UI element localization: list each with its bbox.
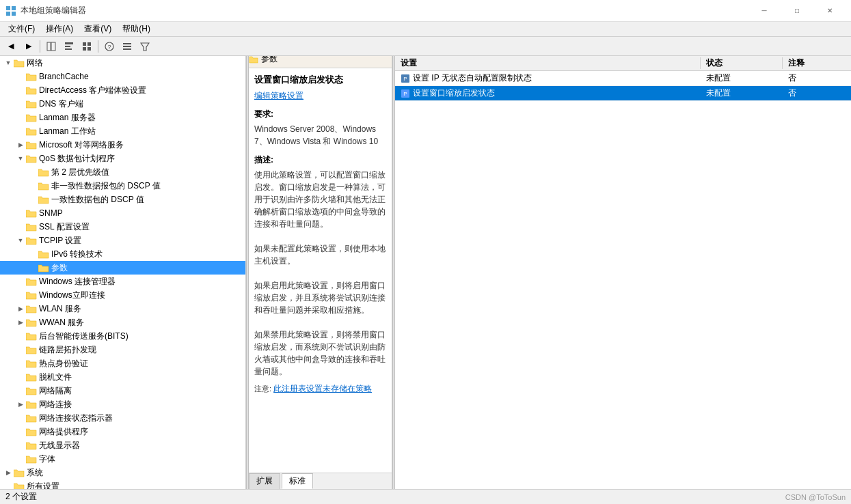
forward-button[interactable]: ▶ bbox=[21, 38, 37, 55]
row-name-text-row1: 设置 IP 无状态自动配置限制状态 bbox=[413, 72, 532, 84]
menu-action[interactable]: 操作(A) bbox=[40, 22, 79, 36]
tree-item-offline-files[interactable]: 脱机文件 bbox=[0, 370, 245, 384]
tree-item-branchcache[interactable]: BranchCache bbox=[0, 70, 245, 83]
svg-rect-7 bbox=[65, 46, 70, 47]
tree-item-wang-luo[interactable]: ▼网络 bbox=[0, 56, 245, 70]
folder-icon-wwan bbox=[26, 318, 37, 327]
view-button[interactable] bbox=[79, 38, 95, 55]
tree-expander-network-isolation bbox=[15, 385, 26, 396]
tab-standard[interactable]: 标准 bbox=[282, 473, 313, 489]
settings-rows: P设置 IP 无状态自动配置限制状态未配置否P设置窗口缩放启发状态未配置否 bbox=[395, 71, 851, 101]
row-status-row2: 未配置 bbox=[701, 87, 783, 99]
maximize-button[interactable]: □ bbox=[781, 0, 813, 22]
main-layout: ▼网络BranchCacheDirectAccess 客户端体验设置DNS 客户… bbox=[0, 56, 851, 489]
tree-button[interactable] bbox=[61, 38, 77, 55]
help-button[interactable]: ? bbox=[101, 38, 118, 55]
tree-item-network-connections[interactable]: ▶网络连接 bbox=[0, 397, 245, 411]
tree-item-network-isolation[interactable]: 网络隔离 bbox=[0, 384, 245, 397]
note-link[interactable]: 此注册表设置未存储在策略 bbox=[273, 384, 372, 393]
tree-item-dns[interactable]: DNS 客户端 bbox=[0, 97, 245, 111]
tree-item-qos-dscp-inconsistent[interactable]: 非一致性数据报包的 DSCP 值 bbox=[0, 179, 245, 193]
tree-item-network-provider[interactable]: 网络提供程序 bbox=[0, 425, 245, 438]
menu-view[interactable]: 查看(V) bbox=[79, 22, 117, 36]
tree-expander-windows-connection-manager bbox=[15, 276, 26, 287]
tree-item-network-connection-status[interactable]: 网络连接状态指示器 bbox=[0, 411, 245, 425]
tree-item-hotspot[interactable]: 热点身份验证 bbox=[0, 356, 245, 370]
tree-label-canshu: 参数 bbox=[51, 262, 68, 274]
tree-expander-qos-l2 bbox=[27, 167, 38, 178]
tree-item-lanman-server[interactable]: Lanman 服务器 bbox=[0, 111, 245, 124]
tree-label-bits: 后台智能传送服务(BITS) bbox=[39, 331, 129, 342]
tree-item-windows-immediate-connection[interactable]: Windows立即连接 bbox=[0, 288, 245, 302]
folder-icon-network-isolation bbox=[26, 386, 37, 395]
folder-icon-branchcache bbox=[26, 72, 37, 81]
tree-item-qos[interactable]: ▼QoS 数据包计划程序 bbox=[0, 152, 245, 165]
tree-item-link-layer[interactable]: 链路层拓扑发现 bbox=[0, 343, 245, 356]
svg-text:?: ? bbox=[107, 44, 111, 51]
tree-item-system[interactable]: ▶系统 bbox=[0, 466, 245, 479]
svg-rect-0 bbox=[6, 6, 10, 10]
tree-expander-wang-luo: ▼ bbox=[3, 57, 14, 68]
tree-expander-all-settings bbox=[3, 481, 14, 489]
svg-rect-11 bbox=[83, 47, 86, 51]
policy-title: 设置窗口缩放启发状态 bbox=[254, 74, 386, 86]
tree-item-ssl[interactable]: SSL 配置设置 bbox=[0, 220, 245, 234]
col-header-note: 注释 bbox=[783, 57, 851, 69]
window-controls: ─ □ ✕ bbox=[748, 0, 846, 22]
list-button[interactable] bbox=[119, 38, 135, 55]
folder-icon-dns bbox=[26, 99, 37, 109]
tree-label-network-isolation: 网络隔离 bbox=[39, 385, 72, 397]
tree-expander-lanman-workstation bbox=[15, 126, 26, 137]
tree-expander-windows-immediate-connection bbox=[15, 290, 26, 300]
menu-help[interactable]: 帮助(H) bbox=[117, 22, 156, 36]
tree-item-windows-connection-manager[interactable]: Windows 连接管理器 bbox=[0, 275, 245, 288]
tree-item-wlan[interactable]: ▶WLAN 服务 bbox=[0, 302, 245, 316]
tree-item-microsoft[interactable]: ▶Microsoft 对等网络服务 bbox=[0, 138, 245, 152]
tree-item-font[interactable]: 字体 bbox=[0, 452, 245, 466]
show-hide-button[interactable] bbox=[43, 38, 59, 55]
tree-item-all-settings[interactable]: 所有设置 bbox=[0, 479, 245, 489]
tree-label-windows-immediate-connection: Windows立即连接 bbox=[39, 290, 105, 301]
folder-icon-snmp bbox=[26, 208, 37, 218]
tree-label-qos-dscp-consistent: 一致性数据包的 DSCP 值 bbox=[51, 194, 144, 206]
tree-label-network-connections: 网络连接 bbox=[39, 399, 72, 410]
col-header-status: 状态 bbox=[701, 57, 783, 69]
back-button[interactable]: ◀ bbox=[3, 38, 19, 55]
row-name-row1: P设置 IP 无状态自动配置限制状态 bbox=[395, 72, 701, 84]
svg-text:P: P bbox=[403, 76, 407, 82]
tree-expander-bits bbox=[15, 331, 26, 341]
tree-item-bits[interactable]: 后台智能传送服务(BITS) bbox=[0, 329, 245, 343]
edit-policy-link[interactable]: 编辑策略设置 bbox=[254, 91, 303, 100]
tree-item-ipv6[interactable]: IPv6 转换技术 bbox=[0, 247, 245, 261]
tree-item-lanman-workstation[interactable]: Lanman 工作站 bbox=[0, 124, 245, 138]
detail-header-title: 参数 bbox=[261, 56, 278, 65]
tree-item-snmp[interactable]: SNMP bbox=[0, 206, 245, 220]
close-button[interactable]: ✕ bbox=[814, 0, 846, 22]
tree-label-qos: QoS 数据包计划程序 bbox=[39, 153, 115, 165]
tab-expand[interactable]: 扩展 bbox=[249, 473, 280, 489]
tree-item-wwan[interactable]: ▶WWAN 服务 bbox=[0, 316, 245, 329]
detail-panel-header: 参数 bbox=[249, 56, 392, 68]
svg-rect-17 bbox=[123, 48, 131, 50]
folder-icon-windows-immediate-connection bbox=[26, 290, 37, 300]
tree-item-canshu[interactable]: 参数 bbox=[0, 261, 245, 275]
tree-item-directaccess[interactable]: DirectAccess 客户端体验设置 bbox=[0, 83, 245, 97]
svg-rect-15 bbox=[123, 43, 131, 44]
row-name-text-row2: 设置窗口缩放启发状态 bbox=[413, 87, 495, 99]
svg-text:P: P bbox=[403, 91, 407, 97]
folder-icon-qos-dscp-consistent bbox=[38, 195, 49, 204]
settings-row-row2[interactable]: P设置窗口缩放启发状态未配置否 bbox=[395, 86, 851, 101]
tree-expander-microsoft: ▶ bbox=[15, 139, 26, 150]
folder-icon-link-layer bbox=[26, 345, 37, 354]
tree-item-qos-dscp-consistent[interactable]: 一致性数据包的 DSCP 值 bbox=[0, 193, 245, 206]
menu-file[interactable]: 文件(F) bbox=[3, 22, 40, 36]
filter-button[interactable] bbox=[137, 38, 153, 55]
tree-expander-qos-dscp-consistent bbox=[27, 194, 38, 205]
tree-item-tcpip[interactable]: ▼TCPIP 设置 bbox=[0, 234, 245, 247]
tree-item-wireless-display[interactable]: 无线显示器 bbox=[0, 438, 245, 452]
folder-icon-network-provider bbox=[26, 427, 37, 436]
minimize-button[interactable]: ─ bbox=[748, 0, 780, 22]
settings-row-row1[interactable]: P设置 IP 无状态自动配置限制状态未配置否 bbox=[395, 71, 851, 86]
tab-strip: 扩展 标准 bbox=[249, 473, 392, 489]
tree-item-qos-l2[interactable]: 第 2 层优先级值 bbox=[0, 165, 245, 179]
